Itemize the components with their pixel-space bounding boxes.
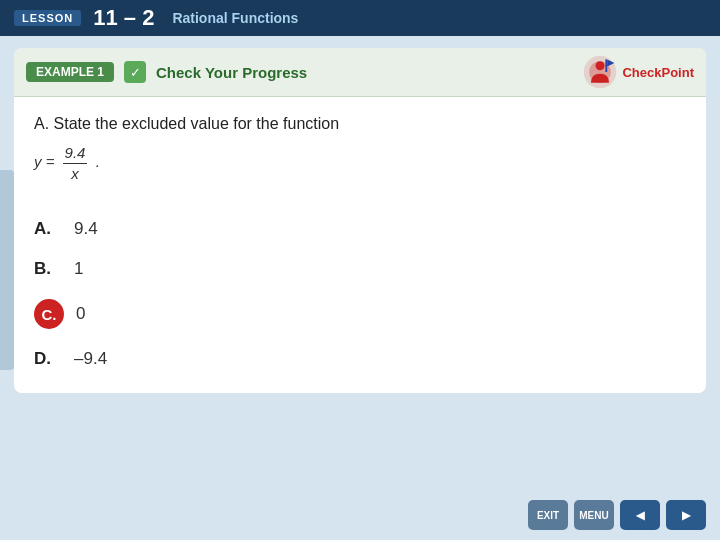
question-area: A. State the excluded value for the func… <box>14 97 706 201</box>
answer-item-c[interactable]: C. 0 <box>34 289 686 339</box>
back-button[interactable]: ◀ <box>620 500 660 530</box>
equation-period: . <box>96 153 100 170</box>
equation-display: y = 9.4 x . <box>34 143 686 183</box>
answer-item-d[interactable]: D. –9.4 <box>34 339 686 379</box>
lesson-title: Rational Functions <box>172 10 298 26</box>
answer-item-b[interactable]: B. 1 <box>34 249 686 289</box>
forward-button[interactable]: ▶ <box>666 500 706 530</box>
question-prefix: A. State the excluded value for the func… <box>34 115 339 132</box>
answer-value-b: 1 <box>74 259 83 279</box>
answer-value-c: 0 <box>76 304 85 324</box>
answer-label-d: D. <box>34 349 62 369</box>
checkpoint-text: CheckPoint <box>622 65 694 80</box>
example-header: EXAMPLE 1 ✓ Check Your Progress CheckPoi… <box>14 48 706 97</box>
lesson-number: 11 – 2 <box>93 7 154 29</box>
lesson-badge: LESSON <box>14 10 81 26</box>
answers-area: A. 9.4 B. 1 C. 0 D. –9.4 <box>14 201 706 393</box>
exit-button[interactable]: EXIT <box>528 500 568 530</box>
check-icon: ✓ <box>124 61 146 83</box>
svg-rect-3 <box>606 59 608 72</box>
top-header-bar: LESSON 11 – 2 Rational Functions <box>0 0 720 36</box>
fraction: 9.4 x <box>63 143 88 183</box>
main-content-panel: EXAMPLE 1 ✓ Check Your Progress CheckPoi… <box>14 48 706 393</box>
answer-item-a[interactable]: A. 9.4 <box>34 209 686 249</box>
checkpoint-svg-icon <box>582 54 618 90</box>
answer-value-a: 9.4 <box>74 219 98 239</box>
menu-button[interactable]: MENU <box>574 500 614 530</box>
fraction-numerator: 9.4 <box>63 143 88 164</box>
svg-point-2 <box>596 61 605 70</box>
fraction-denominator: x <box>69 164 81 184</box>
answer-label-c-selected: C. <box>34 299 64 329</box>
answer-label-b: B. <box>34 259 62 279</box>
check-your-progress-label: Check Your Progress <box>156 64 307 81</box>
question-text: A. State the excluded value for the func… <box>34 115 686 133</box>
equation-y-label: y = <box>34 153 54 170</box>
example-badge: EXAMPLE 1 <box>26 62 114 82</box>
answer-label-a: A. <box>34 219 62 239</box>
left-decorative-bar <box>0 170 14 370</box>
answer-value-d: –9.4 <box>74 349 107 369</box>
bottom-navigation: EXIT MENU ◀ ▶ <box>528 500 706 530</box>
checkpoint-logo: CheckPoint <box>582 54 694 90</box>
